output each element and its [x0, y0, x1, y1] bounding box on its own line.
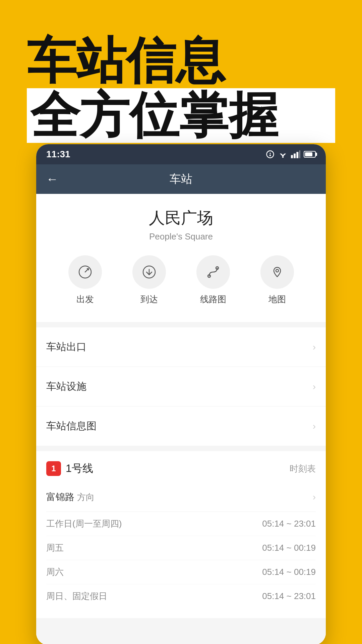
phone-mockup: 11:31 — [36, 144, 326, 644]
bottom-area — [36, 618, 326, 644]
chevron-right-icon: › — [313, 381, 316, 392]
depart-icon-circle — [68, 255, 102, 289]
depart-label: 出发 — [76, 293, 94, 305]
schedule-time-0: 05:14 ~ 23:01 — [262, 519, 316, 529]
station-name-zh: 人民广场 — [46, 207, 316, 229]
menu-item-facilities-label: 车站设施 — [46, 380, 86, 393]
schedule-row-0: 工作日(周一至周四) 05:14 ~ 23:01 — [46, 512, 316, 536]
arrive-label: 到达 — [140, 293, 158, 305]
arrive-icon-circle — [132, 255, 166, 289]
direction-label: 富锦路 方向 — [46, 491, 95, 503]
hero-title-line1: 车站信息 — [27, 34, 335, 88]
menu-item-exit[interactable]: 车站出口 › — [36, 327, 326, 367]
svg-rect-8 — [296, 152, 298, 158]
notification-icon — [265, 150, 275, 159]
header-title: 车站 — [170, 171, 192, 187]
direction-row[interactable]: 富锦路 方向 › — [46, 483, 316, 512]
schedule-row-3: 周日、固定假日 05:14 ~ 23:01 — [46, 584, 316, 608]
schedule-day-3: 周日、固定假日 — [46, 590, 107, 602]
chevron-right-icon: › — [313, 421, 316, 432]
map-button[interactable]: 地图 — [260, 255, 294, 305]
schedule-row-2: 周六 05:14 ~ 00:19 — [46, 560, 316, 584]
map-icon — [269, 264, 285, 280]
route-label: 线路图 — [200, 293, 226, 305]
chevron-right-icon: › — [313, 342, 316, 353]
station-name-en: People's Square — [46, 231, 316, 242]
svg-point-5 — [282, 156, 284, 158]
menu-item-facilities[interactable]: 车站设施 › — [36, 367, 326, 407]
schedule-day-0: 工作日(周一至周四) — [46, 518, 122, 530]
schedule-time-2: 05:14 ~ 00:19 — [262, 567, 316, 577]
schedule-time-1: 05:14 ~ 00:19 — [262, 543, 316, 553]
battery-icon — [304, 151, 316, 158]
wifi-icon — [278, 150, 288, 158]
map-icon-circle — [260, 255, 294, 289]
depart-button[interactable]: 出发 — [68, 255, 102, 305]
status-time: 11:31 — [46, 149, 70, 160]
menu-item-info-map[interactable]: 车站信息图 › — [36, 407, 326, 446]
signal-icon — [291, 150, 300, 158]
timetable-link[interactable]: 时刻表 — [290, 463, 316, 475]
svg-rect-7 — [294, 154, 296, 158]
menu-list: 车站出口 › 车站设施 › 车站信息图 › — [36, 327, 326, 446]
line-header-left: 1 1号线 — [46, 461, 93, 476]
schedule-time-3: 05:14 ~ 23:01 — [262, 591, 316, 601]
arrive-button[interactable]: 到达 — [132, 255, 166, 305]
map-label: 地图 — [268, 293, 286, 305]
menu-item-info-map-label: 车站信息图 — [46, 419, 97, 433]
route-icon-circle — [196, 255, 230, 289]
menu-item-exit-label: 车站出口 — [46, 340, 86, 354]
line-name: 1号线 — [66, 461, 93, 476]
line-header: 1 1号线 时刻表 — [46, 461, 316, 476]
svg-point-2 — [270, 155, 270, 156]
line-section: 1 1号线 时刻表 富锦路 方向 › 工作日(周一至周四) 05:14 ~ 23… — [36, 451, 326, 618]
route-button[interactable]: 线路图 — [196, 255, 230, 305]
svg-point-18 — [276, 269, 279, 272]
schedule-row-1: 周五 05:14 ~ 00:19 — [46, 536, 316, 560]
station-card: 人民广场 People's Square 出发 — [36, 194, 326, 322]
main-content: 人民广场 People's Square 出发 — [36, 194, 326, 644]
back-button[interactable]: ← — [46, 172, 58, 186]
status-bar: 11:31 — [36, 144, 326, 164]
status-icons — [265, 150, 316, 159]
svg-line-11 — [85, 269, 88, 272]
depart-icon — [77, 264, 93, 280]
svg-rect-6 — [291, 155, 293, 158]
schedule-day-2: 周六 — [46, 566, 64, 578]
line-badge: 1 — [46, 461, 61, 476]
route-icon — [205, 264, 221, 280]
schedule-day-1: 周五 — [46, 542, 64, 554]
app-header: ← 车站 — [36, 164, 326, 194]
direction-chevron-icon: › — [313, 492, 316, 502]
arrive-icon — [141, 264, 157, 280]
hero-section: 车站信息 全方位掌握 — [0, 0, 362, 163]
action-buttons: 出发 到达 — [46, 255, 316, 312]
hero-title-line2: 全方位掌握 — [27, 88, 335, 143]
svg-rect-9 — [299, 150, 301, 158]
